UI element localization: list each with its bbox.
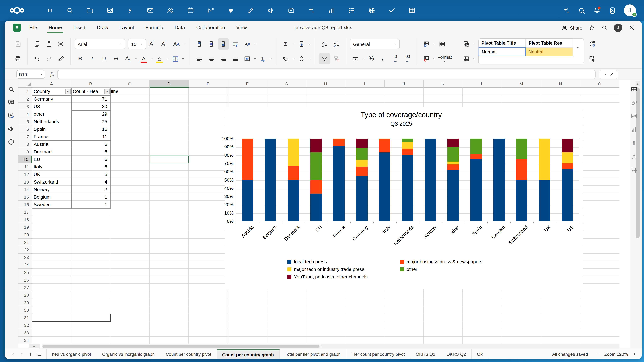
paragraph-style-icon[interactable]	[630, 139, 638, 147]
calendar-icon[interactable]	[187, 6, 194, 14]
cell-a11[interactable]: Italy	[32, 163, 71, 171]
chevron-down-icon[interactable]	[254, 57, 256, 60]
align-right-button[interactable]	[218, 53, 229, 64]
sort-descending-button[interactable]	[331, 38, 342, 50]
character-case-button[interactable]: AA	[171, 38, 182, 50]
font-name-select[interactable]: Arial	[74, 39, 126, 49]
menu-collaboration[interactable]: Collaboration	[196, 25, 225, 30]
cell-a3[interactable]: US	[32, 103, 71, 110]
undo-button[interactable]	[32, 53, 43, 64]
redo-button[interactable]	[44, 53, 55, 64]
row-header-33[interactable]: 33	[18, 329, 32, 337]
cell-b5[interactable]: 25	[71, 118, 109, 125]
cell-a13[interactable]: Switzerland	[32, 178, 71, 186]
row-header-21[interactable]: 21	[18, 239, 32, 246]
clear-filter-button[interactable]	[331, 53, 342, 64]
chevron-down-icon[interactable]	[292, 57, 295, 60]
dashboard-icon[interactable]	[46, 6, 54, 14]
collaborator-avatar[interactable]: J	[614, 23, 622, 32]
cell-b6[interactable]: 16	[71, 125, 109, 133]
row-header-29[interactable]: 29	[18, 299, 32, 306]
sheet-tab-okrs-q2[interactable]: OKRS Q2	[441, 350, 472, 359]
activity-icon[interactable]	[126, 6, 134, 14]
clone-formatting-button[interactable]	[55, 53, 67, 64]
delete-rows-columns-button[interactable]	[421, 53, 432, 64]
row-header-19[interactable]: 19	[18, 223, 32, 231]
menu-file[interactable]: File	[29, 25, 37, 30]
cell-a14[interactable]: Norway	[32, 186, 71, 193]
menu-draw[interactable]: Draw	[97, 25, 108, 30]
selected-cell-d10[interactable]	[150, 156, 189, 163]
favorite-star-icon[interactable]	[589, 24, 595, 31]
column-header-k[interactable]: K	[424, 80, 463, 88]
row-header-2[interactable]: 2	[18, 95, 32, 103]
sidebar-search-icon[interactable]	[8, 85, 15, 93]
grow-font-button[interactable]: A	[147, 38, 158, 50]
photos-icon[interactable]	[106, 6, 114, 14]
number-format-select[interactable]: General	[350, 39, 400, 49]
conditional-format-button[interactable]	[461, 38, 472, 50]
maps-icon[interactable]	[368, 6, 376, 14]
scroll-left-arrow[interactable]: ◀	[28, 344, 40, 349]
column-header-h[interactable]: H	[306, 80, 345, 88]
cell-a4[interactable]: other	[32, 110, 71, 118]
chevron-down-icon[interactable]	[254, 42, 256, 45]
cell-b10[interactable]: 6	[71, 156, 109, 163]
align-left-button[interactable]	[194, 53, 205, 64]
analytics-icon[interactable]	[207, 6, 214, 14]
cell-b8[interactable]: 6	[71, 140, 109, 148]
previous-sheet-button[interactable]	[8, 350, 17, 359]
horizontal-scroll-thumb[interactable]	[42, 345, 319, 348]
zoom-in-button[interactable]: +	[633, 351, 636, 357]
column-header-m[interactable]: M	[502, 80, 541, 88]
bold-button[interactable]: B	[74, 53, 86, 64]
font-color-button[interactable]: A	[138, 53, 149, 64]
record-changes-button[interactable]	[586, 38, 598, 50]
unified-search-icon[interactable]	[578, 6, 586, 14]
cell-b16[interactable]: 1	[71, 201, 109, 208]
print-button[interactable]	[12, 53, 24, 64]
name-tag-button[interactable]	[280, 53, 292, 64]
cell-reference-box[interactable]: D10	[16, 70, 45, 78]
row-header-7[interactable]: 7	[18, 133, 32, 140]
sort-ascending-button[interactable]	[319, 38, 330, 50]
search-app-icon[interactable]	[66, 6, 74, 14]
assistant-icon[interactable]	[308, 6, 315, 14]
cell-a15[interactable]: Belgium	[32, 193, 71, 201]
announce-presenter-icon[interactable]	[8, 125, 15, 132]
sheet-tab-total-per-tier-pivot-and-graph[interactable]: Total per tier pivot and graph	[280, 350, 346, 359]
column-header-o[interactable]: O	[580, 80, 619, 88]
add-decimal-button[interactable]: .00→	[402, 53, 413, 64]
row-header-23[interactable]: 23	[18, 254, 32, 261]
cell-b15[interactable]: 1	[71, 193, 109, 201]
sheet-grid[interactable]: Country Count - Hea line ▼ ▼ Type of cov…	[18, 80, 619, 344]
row-header-16[interactable]: 16	[18, 201, 32, 208]
row-header-31[interactable]: 31	[18, 314, 32, 322]
cell-a5[interactable]: Netherlands	[32, 118, 71, 125]
chevron-down-icon[interactable]	[134, 57, 138, 60]
style-neutral[interactable]: Neutral	[526, 47, 573, 56]
ink-button[interactable]	[296, 53, 307, 64]
column-header-d[interactable]: D	[150, 80, 189, 88]
row-header-32[interactable]: 32	[18, 322, 32, 329]
column-header-j[interactable]: J	[384, 80, 424, 88]
percent-format-button[interactable]: %	[366, 53, 377, 64]
tables-icon[interactable]	[408, 6, 416, 14]
menu-view[interactable]: View	[236, 25, 247, 30]
cell-b4[interactable]: 29	[71, 110, 109, 118]
comment-filter-icon[interactable]	[630, 167, 638, 174]
strikethrough-button[interactable]: S	[110, 53, 122, 64]
row-header-11[interactable]: 11	[18, 163, 32, 171]
column-header-a[interactable]: A	[32, 80, 71, 88]
sheet-list-button[interactable]	[35, 350, 44, 359]
document-search-icon[interactable]	[601, 24, 608, 31]
column-header-i[interactable]: I	[345, 80, 384, 88]
split-handle[interactable]: ⁞⁞	[320, 345, 324, 348]
insert-image-icon[interactable]	[630, 112, 638, 120]
row-header-8[interactable]: 8	[18, 140, 32, 148]
paragraph-direction-button[interactable]	[257, 53, 268, 64]
row-header-4[interactable]: 4	[18, 110, 32, 118]
center-vertically-button[interactable]	[206, 38, 217, 50]
health-icon[interactable]	[227, 6, 234, 14]
row-header-30[interactable]: 30	[18, 306, 32, 314]
